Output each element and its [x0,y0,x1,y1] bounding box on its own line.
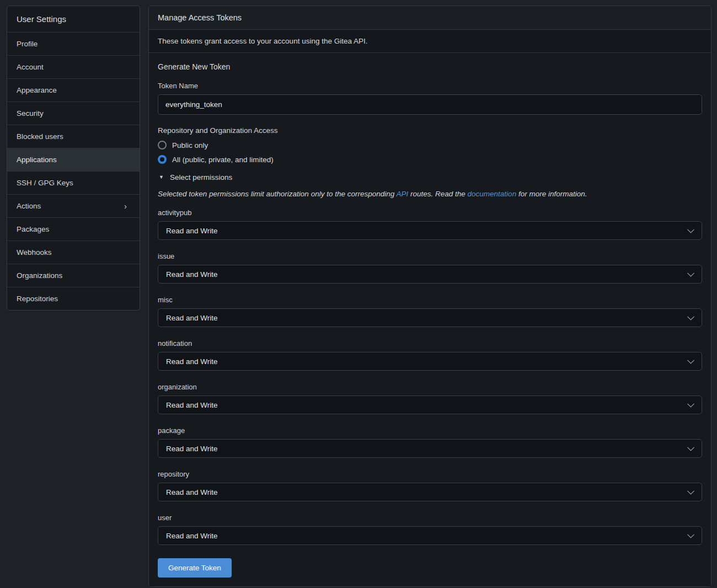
permission-select-repository[interactable]: Read and Write [158,483,702,501]
select-permissions-label: Select permissions [170,173,232,181]
chevron-down-icon [687,531,694,538]
permission-label: activitypub [158,209,702,217]
note-text: Selected token permissions limit authori… [158,190,396,198]
permission-group-user: userRead and Write [158,514,702,545]
selected-value: Read and Write [166,445,218,453]
chevron-down-icon [687,444,694,451]
selected-value: Read and Write [166,270,218,279]
permission-groups: activitypubRead and WriteissueRead and W… [158,209,702,545]
sidebar-item-label: Appearance [17,86,57,94]
permission-select-notification[interactable]: Read and Write [158,352,702,371]
radio-circle-icon[interactable] [158,155,167,164]
chevron-down-icon [687,270,694,277]
sidebar-item-webhooks[interactable]: Webhooks [7,240,140,264]
selected-value: Read and Write [166,227,218,235]
sidebar-title: User Settings [7,6,140,32]
permission-group-package: packageRead and Write [158,426,702,458]
permission-label: notification [158,339,702,348]
radio-option-public-only[interactable]: Public only [158,141,208,149]
settings-sidebar: User Settings ProfileAccountAppearanceSe… [7,6,140,311]
section-title: Generate New Token [158,62,702,71]
permission-group-organization: organizationRead and Write [158,383,702,414]
panel-description: These tokens grant access to your accoun… [149,30,711,53]
note-text: routes. Read the [408,190,467,198]
generate-token-button[interactable]: Generate Token [158,558,232,578]
sidebar-item-label: Actions [17,202,41,210]
sidebar-item-label: SSH / GPG Keys [17,179,73,187]
sidebar-item-applications[interactable]: Applications [7,148,140,171]
token-name-label: Token Name [158,82,702,90]
sidebar-item-label: Account [17,63,44,71]
permission-label: user [158,514,702,522]
selected-value: Read and Write [166,488,218,496]
sidebar-item-label: Blocked users [17,132,63,141]
sidebar-item-label: Applications [17,156,57,164]
access-scope-label: Repository and Organization Access [158,126,702,135]
select-permissions-toggle[interactable]: ▼ Select permissions [159,173,232,181]
access-scope-options: Public onlyAll (public, private, and lim… [158,141,702,164]
documentation-link[interactable]: documentation [468,190,517,198]
chevron-down-icon [687,313,694,320]
chevron-down-icon [687,400,694,408]
token-name-input[interactable] [158,94,702,115]
sidebar-item-label: Repositories [17,295,58,303]
sidebar-item-profile[interactable]: Profile [7,32,140,55]
sidebar-item-security[interactable]: Security [7,101,140,125]
page-root: User Settings ProfileAccountAppearanceSe… [0,0,717,588]
permission-label: organization [158,383,702,391]
sidebar-item-actions[interactable]: Actions› [7,194,140,217]
generate-token-form: Generate New Token Token Name Repository… [149,53,711,586]
note-text: for more information. [516,190,587,198]
chevron-down-icon [687,488,694,495]
chevron-down-icon [687,357,694,364]
permission-group-notification: notificationRead and Write [158,339,702,371]
sidebar-item-organizations[interactable]: Organizations [7,264,140,287]
chevron-right-icon: › [124,202,127,210]
permission-select-activitypub[interactable]: Read and Write [158,221,702,240]
sidebar-item-ssh-gpg-keys[interactable]: SSH / GPG Keys [7,171,140,194]
permission-group-activitypub: activitypubRead and Write [158,209,702,240]
sidebar-item-label: Organizations [17,271,62,280]
manage-tokens-panel: Manage Access Tokens These tokens grant … [148,6,711,587]
panel-title: Manage Access Tokens [149,6,711,30]
radio-label: Public only [172,141,208,149]
permission-label: package [158,426,702,435]
permission-select-package[interactable]: Read and Write [158,439,702,458]
triangle-down-icon: ▼ [159,175,164,180]
api-link[interactable]: API [396,190,408,198]
permission-select-misc[interactable]: Read and Write [158,308,702,327]
chevron-down-icon [687,226,694,233]
permission-label: repository [158,470,702,478]
sidebar-item-label: Security [17,109,44,117]
sidebar-item-repositories[interactable]: Repositories [7,287,140,310]
permissions-note: Selected token permissions limit authori… [158,190,702,198]
sidebar-item-label: Packages [17,225,49,233]
permission-select-organization[interactable]: Read and Write [158,395,702,414]
sidebar-item-label: Webhooks [17,248,52,256]
permission-group-repository: repositoryRead and Write [158,470,702,501]
permission-label: issue [158,252,702,260]
permission-label: misc [158,296,702,304]
radio-circle-icon[interactable] [158,141,167,149]
selected-value: Read and Write [166,357,218,366]
sidebar-item-packages[interactable]: Packages [7,217,140,240]
permission-select-issue[interactable]: Read and Write [158,265,702,284]
sidebar-item-blocked-users[interactable]: Blocked users [7,125,140,148]
radio-label: All (public, private, and limited) [172,156,274,164]
sidebar-item-appearance[interactable]: Appearance [7,78,140,101]
selected-value: Read and Write [166,532,218,540]
permission-group-issue: issueRead and Write [158,252,702,284]
sidebar-item-account[interactable]: Account [7,55,140,78]
permission-group-misc: miscRead and Write [158,296,702,327]
sidebar-item-label: Profile [17,40,38,48]
selected-value: Read and Write [166,401,218,409]
radio-option-all-public-private-and-limited[interactable]: All (public, private, and limited) [158,155,274,164]
selected-value: Read and Write [166,314,218,322]
sidebar-nav: ProfileAccountAppearanceSecurityBlocked … [7,32,140,310]
permission-select-user[interactable]: Read and Write [158,526,702,545]
